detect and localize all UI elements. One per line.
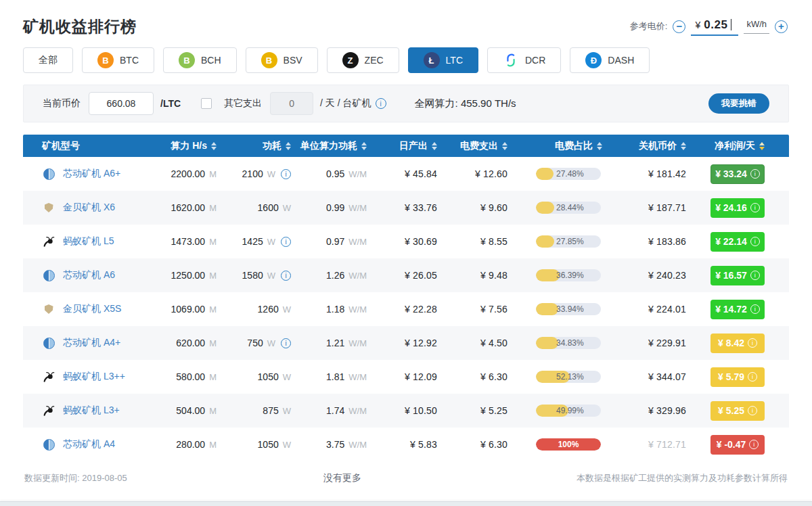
sort-asc-icon — [211, 142, 217, 145]
profit-info-icon[interactable]: i — [750, 203, 760, 212]
hashrate-cell: 504.00M — [168, 405, 217, 416]
electricity-pct-cell: 27.48% — [508, 168, 602, 180]
profit-info-icon[interactable]: i — [750, 304, 760, 314]
power-cell: 875W — [217, 405, 291, 416]
miner-model-link[interactable]: 金贝矿机 X6 — [63, 202, 115, 214]
unit-power-unit: W/M — [348, 440, 367, 450]
shutdown-price-value: ¥ 344.07 — [648, 371, 686, 382]
tab-ltc[interactable]: ŁLTC — [408, 47, 478, 73]
profit-info-icon[interactable]: i — [748, 372, 757, 382]
header-net_profit[interactable]: 净利润/天 — [686, 140, 765, 152]
net-profit-value: ¥ 33.24 — [715, 168, 747, 179]
electricity-pct-cell: 52.13% — [508, 371, 602, 383]
header-daily_output[interactable]: 日产出 — [367, 140, 437, 152]
hashrate-unit: M — [209, 372, 217, 382]
profit-info-icon[interactable]: i — [750, 271, 760, 280]
electricity-cost-value: ¥ 5.25 — [480, 405, 508, 416]
unit-power-value: 1.18 — [326, 304, 344, 315]
decrease-price-button[interactable]: − — [673, 20, 685, 33]
net-profit-cell: ¥ 22.14i — [686, 232, 765, 252]
miner-model-link[interactable]: 芯动矿机 A4+ — [63, 337, 120, 349]
net-profit-cell: ¥ 14.72i — [686, 300, 765, 319]
electricity-pct-cell: 49.99% — [508, 405, 602, 417]
profit-info-icon[interactable]: i — [749, 440, 759, 449]
tab-all[interactable]: 全部 — [23, 47, 73, 73]
report-error-button[interactable]: 我要挑错 — [708, 93, 769, 114]
miner-model-link[interactable]: 金贝矿机 X5S — [63, 303, 121, 315]
table-row: 芯动矿机 A6+2200.00M2100Wi0.95W/M¥ 45.84¥ 12… — [23, 157, 789, 191]
tab-zec[interactable]: ZZEC — [327, 47, 399, 73]
power-value: 875 — [263, 405, 278, 416]
tab-dcr[interactable]: DCR — [487, 47, 561, 73]
net-profit-badge[interactable]: ¥ 8.42i — [710, 334, 765, 353]
net-profit-value: ¥ 24.16 — [715, 202, 747, 213]
power-info-icon[interactable]: i — [281, 237, 291, 247]
profit-info-icon[interactable]: i — [748, 338, 757, 348]
tab-dash[interactable]: ĐDASH — [570, 47, 650, 73]
daily-output-cell: ¥ 12.09 — [367, 371, 437, 382]
hashrate-unit: M — [209, 237, 217, 247]
profit-info-icon[interactable]: i — [750, 169, 760, 179]
antminer-icon — [42, 405, 55, 417]
hashrate-cell: 1069.00M — [168, 304, 217, 315]
daily-output-cell: ¥ 12.92 — [367, 338, 437, 348]
daily-output-value: ¥ 30.69 — [405, 236, 437, 247]
model-cell: 芯动矿机 A6+ — [42, 168, 168, 180]
tab-bsv[interactable]: BBSV — [246, 47, 318, 73]
profit-info-icon[interactable]: i — [750, 237, 760, 246]
header-power[interactable]: 功耗 — [217, 140, 291, 152]
net-profit-badge[interactable]: ¥ 22.14i — [710, 232, 765, 252]
miner-model-link[interactable]: 芯动矿机 A6+ — [63, 168, 120, 180]
power-info-icon[interactable]: i — [281, 338, 291, 348]
power-cell: 1425Wi — [217, 236, 291, 247]
net-profit-badge[interactable]: ¥ 5.79i — [710, 367, 765, 387]
header-unit_power[interactable]: 单位算力功耗 — [291, 140, 367, 152]
net-profit-badge[interactable]: ¥ -0.47i — [710, 435, 765, 455]
power-info-icon[interactable]: i — [281, 169, 291, 179]
table-row: 金贝矿机 X61620.00M1600W0.99W/M¥ 33.76¥ 9.60… — [23, 191, 789, 225]
profit-info-icon[interactable]: i — [748, 406, 757, 415]
electricity-price-input[interactable]: ¥0.25 — [691, 17, 738, 36]
other-cost-checkbox[interactable] — [201, 98, 212, 109]
table-header-row: 矿机型号算力 H/s功耗单位算力功耗日产出电费支出电费占比关机币价净利润/天 — [23, 135, 789, 157]
tab-bch[interactable]: BBCH — [163, 47, 237, 73]
header-electricity_cost[interactable]: 电费支出 — [437, 140, 508, 152]
net-profit-badge[interactable]: ¥ 14.72i — [710, 300, 765, 319]
electricity-pct-text: 49.99% — [556, 405, 584, 417]
miner-model-link[interactable]: 芯动矿机 A4 — [63, 438, 115, 451]
other-cost-input[interactable] — [270, 92, 313, 115]
electricity-pct-fill — [536, 168, 554, 180]
header-hashrate[interactable]: 算力 H/s — [168, 140, 217, 152]
power-cell: 1260W — [217, 304, 291, 315]
miner-model-link[interactable]: 芯动矿机 A6 — [63, 269, 115, 281]
other-cost-info-icon[interactable]: i — [376, 98, 386, 109]
coin-price-input[interactable] — [89, 92, 154, 115]
shutdown-price-value: ¥ 240.23 — [648, 270, 686, 281]
table-row: 金贝矿机 X5S1069.00M1260W1.18W/M¥ 22.28¥ 7.5… — [23, 292, 789, 326]
power-info-icon[interactable]: i — [281, 271, 291, 281]
net-profit-cell: ¥ 5.79i — [686, 367, 765, 387]
miner-model-link[interactable]: 蚂蚁矿机 L3++ — [63, 371, 125, 383]
net-profit-badge[interactable]: ¥ 5.25i — [710, 401, 765, 421]
header-shutdown_price[interactable]: 关机币价 — [602, 140, 686, 152]
net-profit-badge[interactable]: ¥ 24.16i — [710, 198, 765, 218]
daily-output-value: ¥ 12.92 — [405, 338, 437, 348]
net-profit-badge[interactable]: ¥ 33.24i — [710, 164, 765, 184]
header-electricity_pct[interactable]: 电费占比 — [508, 140, 602, 152]
innosilicon-icon — [42, 270, 55, 281]
daily-output-value: ¥ 22.28 — [405, 304, 437, 315]
miner-model-link[interactable]: 蚂蚁矿机 L3+ — [63, 405, 120, 417]
hashrate-value: 580.00 — [176, 371, 205, 382]
increase-price-button[interactable]: + — [775, 20, 788, 33]
sort-desc-icon — [286, 147, 291, 150]
miner-model-link[interactable]: 蚂蚁矿机 L5 — [63, 235, 114, 248]
tab-btc[interactable]: BBTC — [82, 47, 154, 73]
unit-power-value: 1.81 — [326, 371, 344, 382]
power-value: 1600 — [258, 202, 279, 213]
net-profit-badge[interactable]: ¥ 16.57i — [710, 266, 765, 285]
electricity-pct-bar: 28.44% — [536, 202, 601, 214]
electricity-pct-text: 27.85% — [556, 235, 584, 248]
power-value: 1580 — [242, 270, 263, 281]
power-unit: W — [267, 237, 275, 247]
electricity-pct-bar: 36.39% — [536, 269, 601, 281]
